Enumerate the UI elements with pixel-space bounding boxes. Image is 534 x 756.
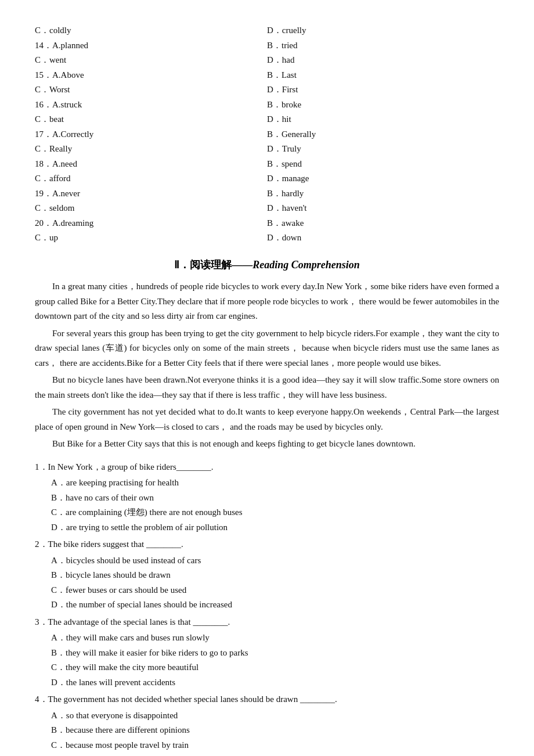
mcq-num: D．	[267, 26, 282, 35]
passage-section: In a great many cities，hundreds of peopl…	[35, 279, 499, 452]
passage-paragraph: The city government has not yet decided …	[35, 405, 499, 434]
mcq-row: C．afford D．manage	[35, 171, 499, 186]
mcq-col-right: D．manage	[267, 171, 499, 186]
mcq-text: broke	[282, 100, 301, 109]
question-option: A．bicycles should be used instead of car…	[35, 553, 499, 568]
mcq-col-right: B．awake	[267, 216, 499, 231]
mcq-num: D．	[267, 203, 282, 213]
mcq-text: struck	[61, 100, 82, 109]
mcq-section: C．coldly D．cruelly 14．A.planned B．tried …	[35, 23, 499, 246]
mcq-num: C．	[35, 233, 49, 242]
mcq-text: hit	[282, 114, 291, 124]
passage-paragraph: But no bicycle lanes have been drawn.Not…	[35, 373, 499, 402]
roman-numeral: Ⅱ	[174, 259, 179, 271]
mcq-text: had	[282, 55, 295, 64]
mcq-col-right: B．tried	[267, 38, 499, 53]
mcq-col-right: D．had	[267, 53, 499, 68]
mcq-text: Generally	[282, 129, 316, 139]
question-option: D．the lanes will prevent accidents	[35, 675, 499, 690]
section-heading: Ⅱ．阅读理解——Reading Comprehension	[35, 256, 499, 274]
question-item: 4．The government has not decided whether…	[35, 692, 499, 753]
mcq-col-left: 20．A.dreaming	[35, 216, 267, 231]
mcq-num: B．	[267, 218, 282, 228]
mcq-row: 14．A.planned B．tried	[35, 38, 499, 53]
mcq-num: C．	[35, 174, 49, 183]
mcq-text: need	[61, 159, 77, 168]
mcq-col-right: D．cruelly	[267, 23, 499, 38]
mcq-col-right: B．spend	[267, 157, 499, 172]
question-option: D．the number of special lanes should be …	[35, 597, 499, 613]
mcq-text: hardly	[282, 189, 304, 198]
mcq-col-right: B．Generally	[267, 127, 499, 142]
mcq-row: C．coldly D．cruelly	[35, 23, 499, 38]
mcq-num: 15．A.	[35, 70, 61, 80]
mcq-num: C．	[35, 85, 49, 94]
mcq-row: 15．A.Above B．Last	[35, 68, 499, 83]
questions-section: 1．In New York，a group of bike riders____…	[35, 460, 499, 753]
mcq-text: Above	[61, 70, 84, 80]
question-item: 3．The advantage of the special lanes is …	[35, 615, 499, 690]
mcq-col-left: 16．A.struck	[35, 98, 267, 113]
mcq-col-right: D．haven't	[267, 201, 499, 216]
question-option: A．are keeping practising for health	[35, 476, 499, 491]
mcq-row: C．seldom D．haven't	[35, 201, 499, 216]
mcq-col-right: B．broke	[267, 98, 499, 113]
mcq-col-left: C．beat	[35, 112, 267, 127]
question-option: A．they will make cars and buses run slow…	[35, 631, 499, 646]
mcq-col-left: 18．A.need	[35, 157, 267, 172]
mcq-col-left: C．went	[35, 53, 267, 68]
mcq-num: 18．A.	[35, 159, 61, 168]
mcq-num: B．	[267, 100, 282, 109]
question-option: B．they will make it easier for bike ride…	[35, 646, 499, 661]
mcq-col-right: D．hit	[267, 112, 499, 127]
mcq-text: Really	[49, 144, 72, 153]
mcq-num: B．	[267, 41, 282, 50]
mcq-text: down	[282, 233, 301, 242]
mcq-num: D．	[267, 144, 282, 153]
mcq-text: planned	[61, 41, 88, 50]
passage-paragraph: In a great many cities，hundreds of peopl…	[35, 279, 499, 324]
mcq-col-right: D．down	[267, 231, 499, 246]
mcq-text: up	[49, 233, 58, 242]
mcq-row: C．Worst D．First	[35, 82, 499, 98]
mcq-col-right: D．Truly	[267, 142, 499, 157]
mcq-row: 19．A.never B．hardly	[35, 186, 499, 201]
mcq-text: cruelly	[282, 26, 306, 35]
mcq-text: First	[282, 85, 298, 94]
mcq-num: 19．A.	[35, 189, 61, 198]
mcq-row: C．up D．down	[35, 231, 499, 246]
mcq-text: tried	[282, 41, 298, 50]
question-option: C．because most people travel by train	[35, 738, 499, 753]
mcq-col-left: 19．A.never	[35, 186, 267, 201]
mcq-text: seldom	[49, 203, 74, 213]
mcq-num: C．	[35, 114, 49, 124]
question-option: C．are complaining (埋怨) there are not eno…	[35, 505, 499, 520]
mcq-num: D．	[267, 114, 282, 124]
mcq-text: haven't	[282, 203, 307, 213]
mcq-num: B．	[267, 189, 282, 198]
mcq-num: 17．A.	[35, 129, 61, 139]
mcq-num: B．	[267, 159, 282, 168]
mcq-col-left: 15．A.Above	[35, 68, 267, 83]
mcq-text: went	[49, 55, 66, 64]
question-stem: 1．In New York，a group of bike riders____…	[35, 460, 499, 475]
mcq-num: 16．A.	[35, 100, 61, 109]
english-title: Reading Comprehension	[252, 259, 360, 271]
mcq-text: afford	[49, 174, 70, 183]
mcq-num: 14．A.	[35, 41, 61, 50]
mcq-num: C．	[35, 26, 49, 35]
mcq-text: awake	[282, 218, 304, 228]
mcq-col-left: C．seldom	[35, 201, 267, 216]
mcq-col-left: C．coldly	[35, 23, 267, 38]
mcq-col-left: C．afford	[35, 171, 267, 186]
mcq-row: C．Really D．Truly	[35, 142, 499, 157]
mcq-num: B．	[267, 70, 282, 80]
mcq-text: coldly	[49, 26, 71, 35]
mcq-col-right: B．Last	[267, 68, 499, 83]
mcq-text: Truly	[282, 144, 301, 153]
question-option: B．bicycle lanes should be drawn	[35, 568, 499, 583]
mcq-col-right: D．First	[267, 82, 499, 98]
mcq-num: C．	[35, 55, 49, 64]
question-option: B．have no cars of their own	[35, 491, 499, 506]
mcq-text: Worst	[49, 85, 70, 94]
